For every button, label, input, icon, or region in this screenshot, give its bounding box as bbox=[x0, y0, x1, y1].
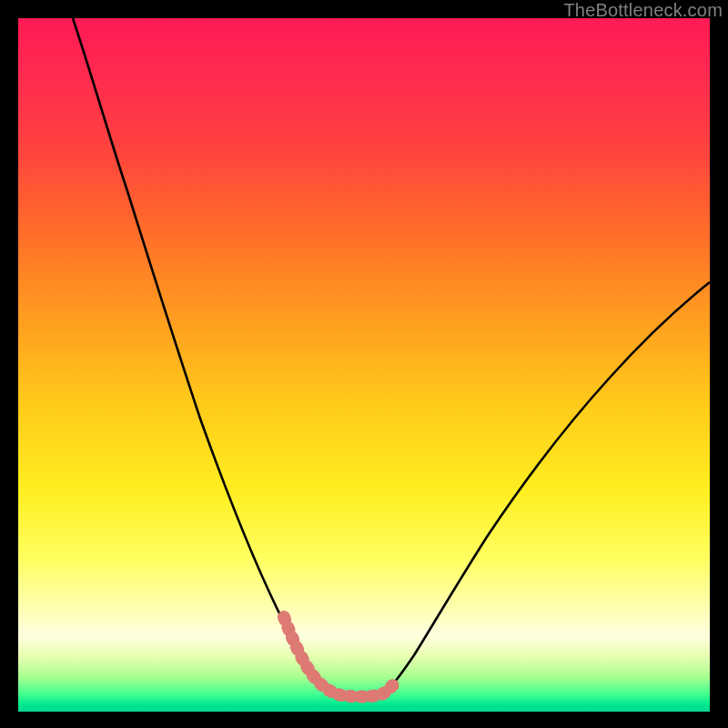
bottleneck-curve bbox=[73, 18, 710, 697]
optimal-region-marker bbox=[284, 617, 397, 697]
bottleneck-curve-svg bbox=[18, 18, 710, 712]
chart-area bbox=[18, 18, 710, 712]
